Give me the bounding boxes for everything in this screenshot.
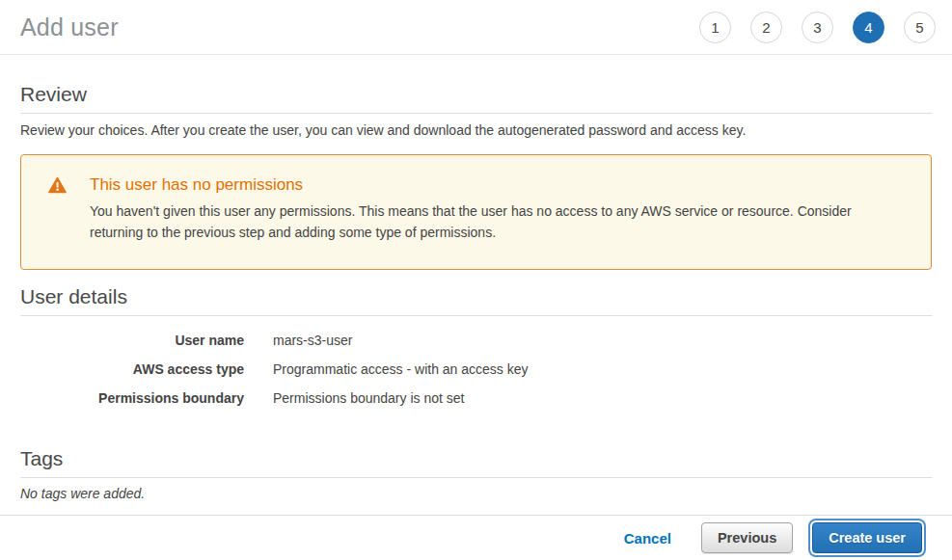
add-user-wizard: Add user 1 2 3 4 5 Review Review your ch…	[0, 0, 952, 560]
no-permissions-warning: This user has no permissions You haven't…	[20, 154, 932, 270]
wizard-header: Add user 1 2 3 4 5	[0, 0, 952, 55]
table-row: AWS access type Programmatic access - wi…	[20, 355, 932, 384]
create-user-button[interactable]: Create user	[812, 522, 922, 553]
tags-section-heading: Tags	[20, 447, 932, 478]
step-5[interactable]: 5	[904, 12, 936, 43]
user-details-section-heading: User details	[20, 285, 932, 316]
user-name-value: mars-s3-user	[273, 333, 352, 348]
table-row: Permissions boundary Permissions boundar…	[20, 384, 932, 413]
warning-body: You haven't given this user any permissi…	[90, 200, 908, 243]
table-row: User name mars-s3-user	[20, 326, 932, 355]
page-title: Add user	[20, 13, 119, 41]
review-section-heading: Review	[20, 83, 932, 114]
wizard-footer: Cancel Previous Create user	[0, 515, 952, 560]
previous-button[interactable]: Previous	[701, 522, 793, 553]
permissions-boundary-value: Permissions boundary is not set	[273, 390, 464, 406]
warning-title: This user has no permissions	[90, 175, 908, 195]
user-name-label: User name	[20, 333, 244, 348]
review-description: Review your choices. After you create th…	[20, 122, 932, 138]
step-4-active[interactable]: 4	[853, 12, 884, 43]
step-indicator: 1 2 3 4 5	[699, 12, 936, 43]
access-type-label: AWS access type	[20, 361, 244, 377]
user-details-rows: User name mars-s3-user AWS access type P…	[20, 326, 932, 413]
access-type-value: Programmatic access - with an access key	[273, 361, 529, 377]
step-1[interactable]: 1	[699, 12, 731, 43]
step-3[interactable]: 3	[802, 12, 833, 43]
warning-triangle-icon	[48, 176, 67, 198]
wizard-content: Review Review your choices. After you cr…	[0, 83, 952, 501]
cancel-button[interactable]: Cancel	[624, 530, 671, 547]
permissions-boundary-label: Permissions boundary	[20, 390, 244, 406]
warning-text: This user has no permissions You haven't…	[90, 175, 908, 243]
step-2[interactable]: 2	[750, 12, 782, 43]
tags-empty-message: No tags were added.	[20, 486, 932, 501]
